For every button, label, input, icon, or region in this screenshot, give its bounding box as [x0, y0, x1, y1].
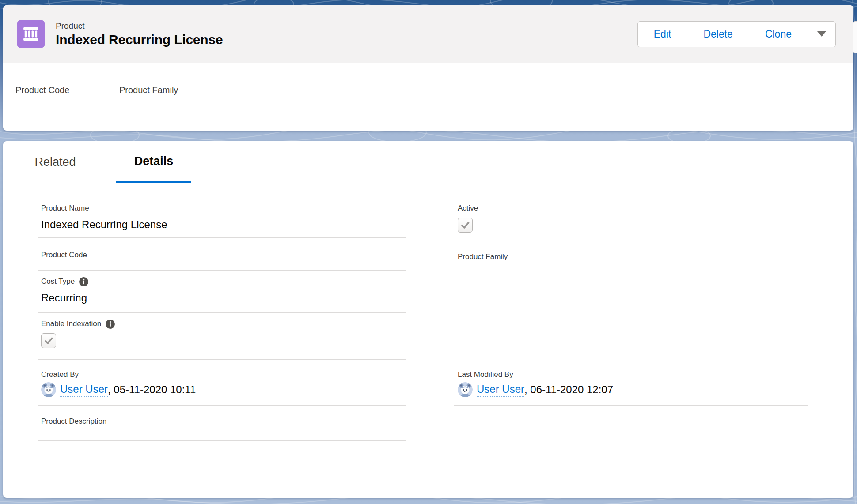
- tab-bar: Related Details: [3, 141, 853, 183]
- field-label: Last Modified By: [458, 370, 513, 380]
- field-value: [119, 96, 178, 107]
- details-form: Product Name Indexed Recurring License P…: [3, 183, 853, 441]
- details-right-column: Active Product Family Last Modified By: [454, 183, 808, 406]
- last-modified-datetime: , 06-11-2020 12:07: [524, 383, 613, 396]
- field-value: [15, 96, 119, 107]
- chevron-down-icon: [817, 31, 826, 37]
- field-cost-type: Cost Type Recurring: [38, 271, 406, 313]
- record-titles: Product Indexed Recurring License: [56, 21, 223, 48]
- field-product-code: Product Code: [38, 238, 406, 271]
- field-active: Active: [454, 183, 808, 241]
- field-product-description: Product Description: [38, 406, 406, 441]
- column-spacer: [454, 271, 808, 360]
- highlight-product-code: Product Code: [15, 84, 119, 107]
- details-left-column: Product Name Indexed Recurring License P…: [38, 183, 406, 441]
- highlights-panel: Product Code Product Family: [3, 63, 853, 107]
- field-label: Active: [458, 203, 478, 213]
- field-label: Product Family: [458, 252, 508, 262]
- field-last-modified-by: Last Modified By: [454, 360, 808, 406]
- enable-indexation-checkbox[interactable]: [41, 333, 56, 348]
- field-created-by: Created By: [38, 360, 406, 406]
- created-by-datetime: , 05-11-2020 10:11: [108, 383, 196, 396]
- info-icon[interactable]: [106, 320, 115, 329]
- info-icon[interactable]: [79, 277, 88, 286]
- field-value: Recurring: [38, 291, 406, 305]
- field-label: Enable Indexation: [41, 319, 101, 329]
- more-actions-button[interactable]: [808, 22, 835, 47]
- object-label: Product: [56, 21, 223, 31]
- record-header: Product Indexed Recurring License Edit D…: [3, 5, 853, 63]
- checkmark-icon: [460, 220, 470, 230]
- edit-button[interactable]: Edit: [638, 22, 687, 47]
- scrollbar-thumb[interactable]: [853, 21, 857, 53]
- delete-button[interactable]: Delete: [687, 22, 748, 47]
- tab-details[interactable]: Details: [116, 141, 191, 183]
- field-label: Created By: [41, 370, 79, 380]
- field-label: Product Description: [41, 417, 106, 426]
- record-action-group: Edit Delete Clone: [637, 21, 836, 47]
- tab-related[interactable]: Related: [18, 141, 93, 183]
- checkmark-icon: [43, 335, 54, 346]
- user-avatar[interactable]: [41, 382, 56, 397]
- page: Product Indexed Recurring License Edit D…: [0, 0, 857, 504]
- record-title: Indexed Recurring License: [56, 31, 223, 48]
- last-modified-by-user-link[interactable]: User User: [477, 383, 524, 397]
- field-value: Indexed Recurring License: [38, 218, 406, 231]
- field-label: Product Family: [119, 84, 178, 96]
- active-checkbox[interactable]: [458, 218, 473, 233]
- record-header-card: Product Indexed Recurring License Edit D…: [3, 5, 853, 131]
- record-detail-card: Related Details Product Name Indexed Rec…: [3, 141, 853, 498]
- field-product-family: Product Family: [454, 241, 808, 271]
- user-avatar[interactable]: [458, 382, 473, 397]
- field-label: Product Code: [15, 84, 119, 96]
- product-object-icon: [17, 20, 45, 48]
- field-label: Cost Type: [41, 277, 75, 286]
- created-by-user-link[interactable]: User User: [60, 383, 108, 397]
- highlight-product-family: Product Family: [119, 84, 178, 107]
- field-label: Product Name: [41, 203, 89, 213]
- field-enable-indexation: Enable Indexation: [38, 313, 406, 360]
- field-product-name: Product Name Indexed Recurring License: [38, 183, 406, 238]
- clone-button[interactable]: Clone: [749, 22, 808, 47]
- field-label: Product Code: [41, 250, 87, 260]
